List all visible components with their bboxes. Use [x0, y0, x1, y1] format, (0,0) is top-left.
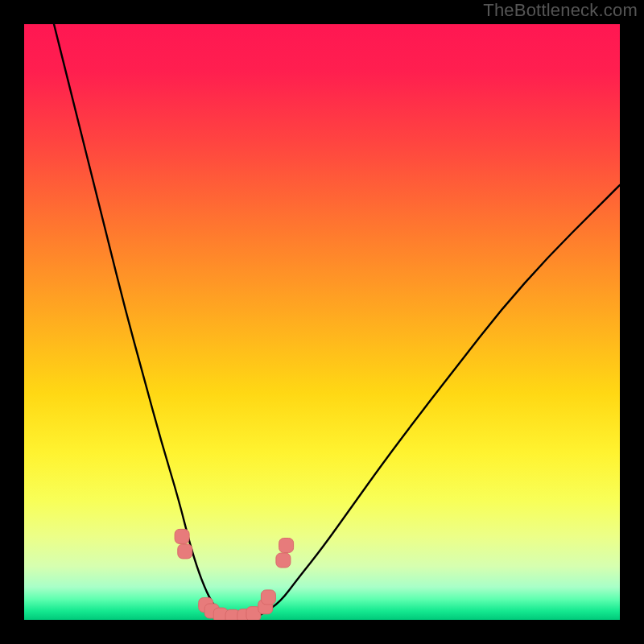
data-point — [276, 553, 291, 568]
plot-background — [24, 24, 620, 620]
data-point — [261, 590, 275, 605]
data-point — [175, 529, 189, 543]
watermark-text: TheBottleneck.com — [483, 0, 638, 21]
plot-frame — [24, 24, 620, 620]
data-point — [279, 539, 294, 553]
bottleneck-plot — [24, 24, 620, 620]
data-point — [178, 544, 192, 559]
